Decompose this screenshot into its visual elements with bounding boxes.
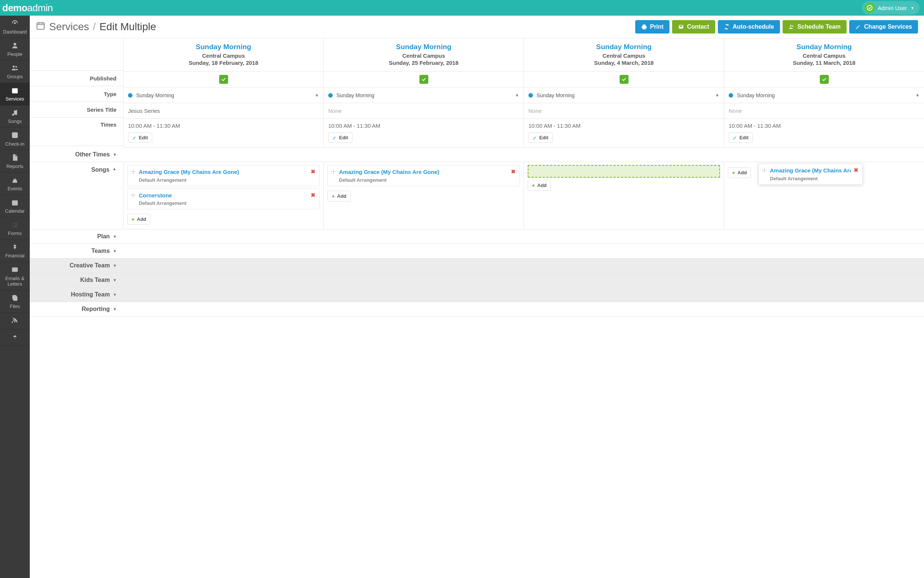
service-name[interactable]: Sunday Morning bbox=[727, 43, 921, 51]
series-cell[interactable] bbox=[524, 103, 724, 119]
type-select[interactable]: Sunday Morning▼ bbox=[729, 93, 919, 98]
edit-times-button[interactable]: Edit bbox=[328, 133, 353, 143]
plus-icon: + bbox=[732, 169, 735, 176]
edit-times-button[interactable]: Edit bbox=[528, 133, 553, 143]
sidebar-item-dashboard[interactable]: Dashboard bbox=[0, 16, 30, 38]
row-label-published: Published bbox=[30, 71, 123, 86]
sidebar-item-emails[interactable]: Emails & Letters bbox=[0, 262, 30, 291]
song-card[interactable]: CornerstoneDefault Arrangement✖ bbox=[127, 188, 320, 209]
caret-down-icon: ▼ bbox=[113, 152, 117, 157]
kids-team-section[interactable]: Kids Team▼ bbox=[30, 273, 924, 287]
add-song-button[interactable]: +Add bbox=[528, 180, 551, 191]
caret-down-icon: ▼ bbox=[911, 6, 914, 10]
published-cell[interactable] bbox=[123, 71, 324, 88]
caret-down-icon: ▼ bbox=[113, 249, 117, 253]
check-square-icon bbox=[2, 132, 28, 140]
sidebar-item-events[interactable]: Events bbox=[0, 172, 30, 195]
user-menu[interactable]: Admin User ▼ bbox=[862, 1, 919, 15]
svg-rect-10 bbox=[37, 23, 44, 29]
service-name[interactable]: Sunday Morning bbox=[327, 43, 521, 51]
plan-section[interactable]: Plan▼ bbox=[30, 229, 924, 244]
sidebar-item-financial[interactable]: Financial bbox=[0, 240, 30, 262]
check-icon bbox=[620, 75, 628, 84]
remove-song-icon[interactable]: ✖ bbox=[511, 168, 516, 175]
envelope-icon bbox=[678, 24, 684, 30]
dollar-icon bbox=[2, 244, 28, 253]
sidebar-item-services[interactable]: Services bbox=[0, 83, 30, 106]
remove-song-icon[interactable]: ✖ bbox=[854, 167, 859, 174]
remove-song-icon[interactable]: ✖ bbox=[311, 168, 316, 175]
hosting-team-section[interactable]: Hosting Team▼ bbox=[30, 287, 924, 302]
series-input[interactable] bbox=[128, 108, 319, 114]
row-label-songs[interactable]: Songs▲ bbox=[30, 162, 123, 229]
type-select[interactable]: Sunday Morning▼ bbox=[528, 93, 719, 98]
song-title[interactable]: Amazing Grace (My Chains Are Gone) bbox=[339, 168, 508, 176]
teams-section[interactable]: Teams▼ bbox=[30, 244, 924, 258]
song-dropzone[interactable] bbox=[528, 165, 720, 178]
song-card-dragging[interactable]: Amazing Grace (My Chains Are Gone)Defaul… bbox=[758, 164, 863, 185]
auto-schedule-button[interactable]: Auto-schedule bbox=[718, 20, 780, 34]
series-input[interactable] bbox=[328, 108, 519, 114]
published-cell[interactable] bbox=[524, 71, 724, 88]
service-date: Sunday, 11 March, 2018 bbox=[727, 60, 921, 66]
drag-handle-icon[interactable] bbox=[331, 169, 336, 175]
series-input[interactable] bbox=[729, 108, 919, 114]
type-cell[interactable]: Sunday Morning▼ bbox=[524, 88, 724, 103]
caret-down-icon: ▼ bbox=[113, 234, 117, 239]
type-cell[interactable]: Sunday Morning▼ bbox=[724, 88, 924, 103]
series-cell[interactable] bbox=[724, 103, 924, 119]
reporting-section[interactable]: Reporting▼ bbox=[30, 302, 924, 317]
sidebar-item-people[interactable]: People bbox=[0, 38, 30, 60]
add-song-button[interactable]: +Add bbox=[728, 167, 751, 178]
published-cell[interactable] bbox=[324, 71, 524, 88]
plus-icon: + bbox=[532, 182, 535, 188]
song-card[interactable]: Amazing Grace (My Chains Are Gone)Defaul… bbox=[127, 165, 320, 186]
service-name[interactable]: Sunday Morning bbox=[126, 43, 320, 51]
change-services-button[interactable]: Change Services bbox=[849, 20, 918, 34]
service-name[interactable]: Sunday Morning bbox=[527, 43, 721, 51]
remove-song-icon[interactable]: ✖ bbox=[311, 192, 316, 198]
song-title[interactable]: Amazing Grace (My Chains Are Gone) bbox=[770, 167, 851, 174]
edit-times-button[interactable]: Edit bbox=[128, 133, 152, 143]
type-select[interactable]: Sunday Morning▼ bbox=[328, 93, 519, 98]
other-times-section[interactable]: Other Times▼ bbox=[30, 148, 924, 162]
pencil-icon bbox=[733, 136, 737, 140]
users-icon bbox=[788, 24, 795, 30]
add-song-button[interactable]: +Add bbox=[327, 191, 351, 201]
edit-times-button[interactable]: Edit bbox=[729, 133, 753, 143]
times-cell: 10:00 AM - 11:30 AMEdit bbox=[123, 119, 324, 148]
service-column: Sunday MorningCentral CampusSunday, 18 F… bbox=[123, 38, 324, 148]
print-button[interactable]: Print bbox=[635, 20, 670, 34]
sidebar-item-up[interactable] bbox=[0, 330, 30, 346]
type-value: Sunday Morning bbox=[337, 93, 374, 98]
type-select[interactable]: Sunday Morning▼ bbox=[128, 93, 319, 98]
sidebar-item-calendar[interactable]: Calendar bbox=[0, 195, 30, 218]
add-song-button[interactable]: +Add bbox=[127, 214, 150, 224]
drag-handle-icon[interactable] bbox=[131, 169, 136, 175]
creative-team-section[interactable]: Creative Team▼ bbox=[30, 258, 924, 273]
drag-handle-icon[interactable] bbox=[131, 193, 136, 199]
sidebar-item-reports[interactable]: Reports bbox=[0, 150, 30, 172]
breadcrumb-root[interactable]: Services bbox=[49, 21, 89, 33]
series-cell[interactable] bbox=[324, 103, 524, 119]
series-cell[interactable] bbox=[123, 103, 324, 119]
user-name: Admin User bbox=[878, 5, 907, 11]
sidebar-item-checkin[interactable]: Check-in bbox=[0, 128, 30, 150]
songs-column: Amazing Grace (My Chains Are Gone)Defaul… bbox=[123, 162, 324, 229]
type-cell[interactable]: Sunday Morning▼ bbox=[123, 88, 324, 103]
sidebar-item-groups[interactable]: Groups bbox=[0, 60, 30, 83]
song-title[interactable]: Cornerstone bbox=[139, 192, 308, 199]
sidebar-item-forms[interactable]: Forms bbox=[0, 218, 30, 240]
contact-button[interactable]: Contact bbox=[672, 20, 715, 34]
type-cell[interactable]: Sunday Morning▼ bbox=[324, 88, 524, 103]
song-card[interactable]: Amazing Grace (My Chains Are Gone)Defaul… bbox=[327, 165, 520, 186]
series-input[interactable] bbox=[528, 108, 719, 114]
sidebar-item-files[interactable]: Files bbox=[0, 291, 30, 313]
schedule-team-button[interactable]: Schedule Team bbox=[783, 20, 846, 34]
sidebar-item-rss[interactable] bbox=[0, 313, 30, 330]
drag-handle-icon[interactable] bbox=[762, 167, 767, 174]
song-title[interactable]: Amazing Grace (My Chains Are Gone) bbox=[139, 168, 308, 176]
service-header: Sunday MorningCentral CampusSunday, 18 F… bbox=[123, 38, 324, 71]
published-cell[interactable] bbox=[724, 71, 924, 88]
sidebar-item-songs[interactable]: Songs bbox=[0, 106, 30, 128]
